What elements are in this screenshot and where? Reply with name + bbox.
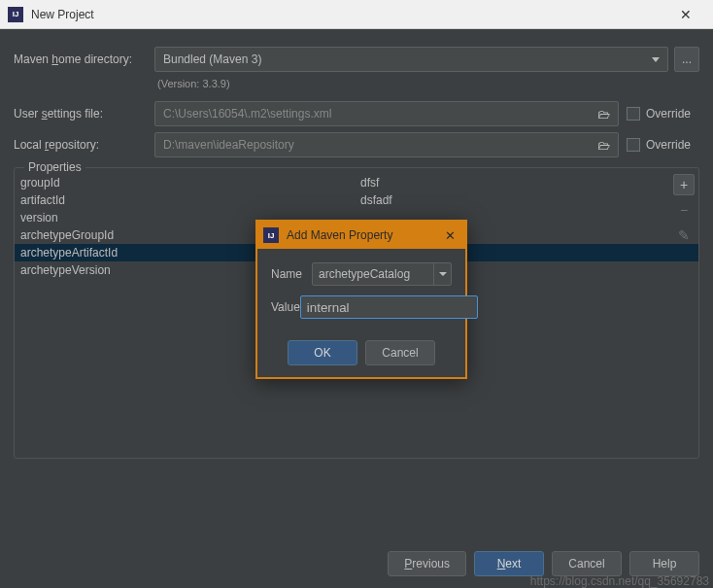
help-button[interactable]: Help — [629, 551, 699, 576]
modal-close-button[interactable]: ✕ — [441, 228, 459, 243]
maven-home-value: Bundled (Maven 3) — [163, 52, 261, 66]
add-property-modal: Add Maven Property ✕ Name archetypeCatal… — [255, 220, 467, 379]
modal-value-row: Value — [271, 295, 452, 319]
modal-title: Add Maven Property — [287, 228, 441, 242]
checkbox-icon — [627, 107, 640, 121]
modal-value-input[interactable] — [300, 295, 478, 319]
modal-name-label: Name — [271, 267, 312, 281]
repo-override-checkbox[interactable]: Override — [627, 138, 699, 152]
edit-property-button[interactable]: ✎ — [673, 225, 695, 246]
modal-name-row: Name archetypeCatalog — [271, 262, 452, 286]
modal-footer: OK Cancel — [257, 334, 465, 377]
maven-home-select[interactable]: Bundled (Maven 3) — [154, 47, 668, 72]
modal-ok-button[interactable]: OK — [288, 340, 357, 365]
table-row[interactable]: artifactId dsfadf — [15, 191, 698, 209]
override-label: Override — [646, 107, 691, 121]
previous-button[interactable]: Previous — [388, 551, 466, 576]
folder-icon: 🗁 — [597, 107, 610, 121]
modal-name-value: archetypeCatalog — [313, 267, 433, 281]
wizard-footer: Previous Next Cancel Help — [388, 551, 699, 576]
modal-name-select[interactable]: archetypeCatalog — [312, 262, 452, 286]
repo-row: Local repository: D:\maven\ideaRepositor… — [14, 132, 699, 157]
settings-file-label: User settings file: — [14, 107, 154, 121]
checkbox-icon — [627, 138, 640, 152]
repo-value: D:\maven\ideaRepository — [163, 138, 294, 152]
window-titlebar: New Project ✕ — [0, 0, 713, 29]
settings-file-row: User settings file: C:\Users\16054\.m2\s… — [14, 101, 699, 126]
repo-label: Local repository: — [14, 138, 154, 152]
watermark-text: https://blog.csdn.net/qq_35692783 — [530, 574, 709, 588]
override-label: Override — [646, 138, 691, 152]
table-row[interactable]: groupId dfsf — [15, 174, 698, 191]
next-button[interactable]: Next — [474, 551, 544, 576]
app-icon — [8, 7, 23, 22]
maven-home-label: Maven home directory: — [14, 52, 154, 66]
folder-icon: 🗁 — [597, 138, 610, 153]
settings-override-checkbox[interactable]: Override — [627, 107, 699, 121]
modal-value-label: Value — [271, 300, 300, 314]
dropdown-caret-icon — [652, 57, 660, 62]
maven-home-browse-button[interactable]: ... — [674, 47, 699, 72]
modal-titlebar[interactable]: Add Maven Property ✕ — [257, 222, 465, 249]
maven-version-text: (Version: 3.3.9) — [157, 78, 699, 89]
window-title: New Project — [31, 8, 666, 21]
properties-legend: Properties — [24, 160, 85, 174]
remove-property-button[interactable]: − — [673, 199, 695, 221]
properties-tools: + − ✎ — [673, 174, 695, 246]
maven-home-row: Maven home directory: Bundled (Maven 3) … — [14, 47, 699, 72]
window-close-button[interactable]: ✕ — [666, 0, 705, 29]
modal-body: Name archetypeCatalog Value — [257, 249, 465, 334]
settings-file-value: C:\Users\16054\.m2\settings.xml — [163, 107, 331, 121]
repo-input[interactable]: D:\maven\ideaRepository 🗁 — [154, 132, 619, 157]
app-icon — [263, 227, 279, 243]
settings-file-input[interactable]: C:\Users\16054\.m2\settings.xml 🗁 — [154, 101, 619, 126]
modal-cancel-button[interactable]: Cancel — [365, 340, 435, 365]
dropdown-caret-icon — [433, 263, 451, 285]
add-property-button[interactable]: + — [673, 174, 695, 195]
cancel-button[interactable]: Cancel — [552, 551, 622, 576]
